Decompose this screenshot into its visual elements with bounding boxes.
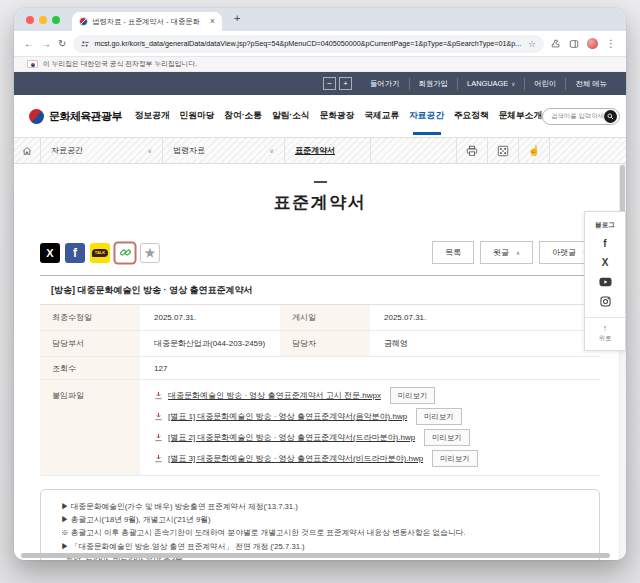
extensions-icon[interactable] [551, 39, 561, 49]
side-panel-icon[interactable] [569, 39, 579, 49]
chevron-down-icon: ∨ [511, 81, 515, 87]
post-notes: ▶ 대중문화예술인(가수 및 배우) 방송출연 표준계약서 제정('13.7.3… [40, 489, 600, 560]
search-button[interactable] [604, 110, 617, 123]
attachment-link[interactable]: [별표 3] 대중문화예술인 방송 · 영상 출연표준계약서(비드라마분야).h… [168, 453, 423, 464]
attachments-label: 붙임파일 [40, 380, 140, 475]
x-icon[interactable]: X [602, 258, 609, 268]
instagram-icon[interactable] [600, 296, 611, 307]
nav-item-news[interactable]: 알림·소식 [272, 110, 310, 122]
nav-item-policy[interactable]: 주요정책 [454, 110, 489, 122]
home-icon [22, 146, 32, 156]
scroll-to-top-label: 위로 [599, 334, 611, 343]
attachment-link[interactable]: 대중문화예술인 방송 · 영상 출연표준계약서 고시 전문.hwpx [168, 390, 381, 401]
survey-button[interactable] [488, 138, 519, 163]
share-facebook-button[interactable]: f [65, 243, 85, 263]
nav-item-data[interactable]: 자료공간 [409, 110, 444, 122]
nav-item-civil[interactable]: 민원마당 [180, 110, 215, 122]
note-line: ▶ 총괄고시('18년 9월), 개별고시('21년 9월) [61, 513, 579, 526]
mcst-logo-icon [29, 109, 44, 124]
chevron-up-icon: ∧ [516, 250, 520, 256]
window-controls [26, 16, 60, 24]
bookmark-star-icon[interactable]: ☆ [528, 39, 536, 49]
nav-item-about[interactable]: 문체부소개 [499, 110, 542, 122]
blog-link[interactable]: 블로그 [595, 221, 615, 230]
maximize-window-button[interactable] [52, 16, 60, 24]
link-icon [119, 246, 132, 259]
breadcrumb-current-page[interactable]: 표준계약서 [285, 138, 371, 163]
mcst-logo[interactable]: 문화체육관광부 [29, 109, 122, 124]
share-x-button[interactable]: X [40, 243, 60, 263]
post-detail-table: [방송] 대중문화예술인 방송 · 영상 출연표준계약서 최종수정일 2025.… [40, 275, 600, 476]
search-placeholder: 검색어를 입력하세 [551, 112, 604, 121]
attachments-row: 붙임파일 대중문화예술인 방송 · 영상 출연표준계약서 고시 전문.hwpx … [40, 380, 600, 476]
site-info-icon[interactable] [81, 40, 89, 48]
tab-title: 법령자료 - 표준계약서 - 대중문화 [92, 17, 206, 27]
kakao-talk-icon: TALK [92, 249, 107, 257]
breadcrumb: 자료공간 ∨ 법령자료 ∨ 표준계약서 [14, 137, 626, 164]
address-bar[interactable]: mcst.go.kr/kor/s_data/generalData/dataVi… [73, 35, 544, 53]
qr-grid-icon [497, 145, 509, 157]
horizontal-scrollbar-thumb[interactable] [21, 553, 610, 558]
browser-tab[interactable]: 법령자료 - 표준계약서 - 대중문화 × [72, 12, 222, 31]
language-label: LANGUAGE [467, 79, 508, 88]
language-menu[interactable]: LANGUAGE ∨ [457, 78, 524, 90]
forward-icon[interactable]: → [41, 38, 51, 49]
share-kakao-button[interactable]: TALK [90, 243, 110, 263]
favorite-button[interactable]: ★ [140, 243, 160, 263]
preview-button[interactable]: 미리보기 [424, 429, 470, 446]
minimize-window-button[interactable] [39, 16, 47, 24]
font-larger-button[interactable]: + [339, 77, 352, 90]
preview-button[interactable]: 미리보기 [390, 387, 436, 404]
browser-menu-icon[interactable]: ⋮ [606, 38, 616, 49]
preview-button[interactable]: 미리보기 [416, 408, 462, 425]
login-link[interactable]: 들어가기 [361, 78, 409, 90]
copy-link-button[interactable] [115, 243, 135, 263]
nav-item-participation[interactable]: 참여·소통 [224, 110, 262, 122]
post-title: [방송] 대중문화예술인 방송 · 영상 출연표준계약서 [40, 276, 600, 305]
page-content: 표준계약서 X f TALK [14, 164, 626, 560]
download-icon [154, 454, 163, 463]
modified-date-label: 최종수정일 [40, 305, 140, 330]
floating-sns-panel: 블로그 f X ↑ 위로 [584, 211, 626, 351]
nav-item-international[interactable]: 국제교류 [364, 110, 399, 122]
all-menu-button[interactable]: 전체 메뉴 [565, 78, 616, 90]
page-title-area: 표준계약서 [14, 164, 626, 214]
manager-value: 금혜영 [370, 331, 600, 356]
new-tab-button[interactable]: + [234, 12, 240, 24]
preview-button[interactable]: 미리보기 [432, 450, 478, 467]
mcst-favicon-icon [79, 17, 88, 26]
font-smaller-button[interactable]: − [323, 77, 336, 90]
facebook-icon[interactable]: f [603, 239, 606, 249]
previous-post-button[interactable]: 윗글 ∧ [480, 241, 533, 264]
posted-date-label: 게시일 [280, 305, 370, 330]
attachment-link[interactable]: [별표 2] 대중문화예술인 방송 · 영상 출연표준계약서(드라마분야).hw… [168, 432, 415, 443]
close-window-button[interactable] [26, 16, 34, 24]
posted-date-value: 2025.07.31. [370, 305, 600, 330]
youtube-icon[interactable] [599, 277, 612, 287]
home-button[interactable] [14, 138, 41, 163]
reload-icon[interactable]: ↻ [58, 38, 66, 49]
chevron-down-icon: ∨ [270, 147, 274, 154]
modified-date-value: 2025.07.31. [140, 305, 280, 330]
search-input[interactable]: 검색어를 입력하세 [542, 108, 620, 125]
download-icon [154, 391, 163, 400]
nav-item-culture[interactable]: 문화광장 [320, 110, 355, 122]
breadcrumb-select-depth1[interactable]: 자료공간 ∨ [41, 138, 163, 163]
breadcrumb-select-depth2[interactable]: 법령자료 ∨ [163, 138, 285, 163]
nav-item-info[interactable]: 정보공개 [135, 110, 170, 122]
breadcrumb-spacer [371, 138, 457, 163]
scroll-to-top-button[interactable]: ↑ 위로 [585, 317, 625, 350]
tab-close-icon[interactable]: × [210, 17, 215, 26]
breadcrumb-depth1-label: 자료공간 [51, 145, 83, 156]
print-button[interactable] [457, 138, 488, 163]
back-icon[interactable]: ← [24, 38, 34, 49]
signup-link[interactable]: 회원가입 [409, 78, 458, 90]
page-title: 표준계약서 [14, 191, 626, 214]
attachment-link[interactable]: [별표 1] 대중문화예술인 방송 · 영상 출연표준계약서(음악분야).hwp [168, 411, 407, 422]
profile-avatar[interactable] [587, 38, 598, 49]
pointer-button[interactable]: ☝ [519, 138, 550, 163]
kids-link[interactable]: 어린이 [524, 78, 565, 90]
list-button[interactable]: 목록 [432, 241, 474, 264]
download-icon [154, 412, 163, 421]
department-value: 대중문화산업과(044-203-2459) [140, 331, 280, 356]
